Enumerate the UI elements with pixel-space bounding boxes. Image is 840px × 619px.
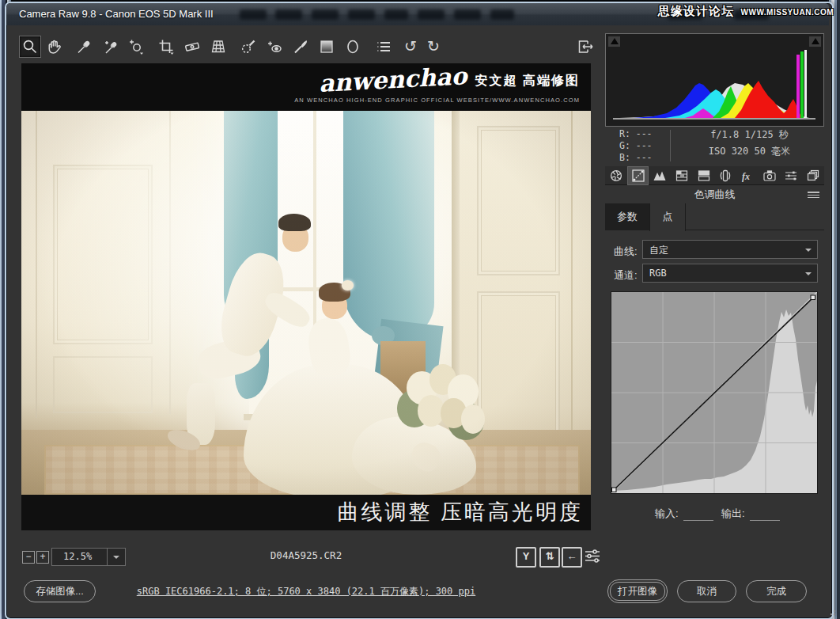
g-value: G: --- — [619, 140, 653, 152]
filename-label: D04A5925.CR2 — [21, 549, 591, 561]
presets-sliders-icon — [784, 169, 798, 183]
iso-info: ISO 320 50 毫米 — [675, 143, 824, 160]
curve-preset-select[interactable]: 自定 — [642, 240, 818, 259]
swap-before-after-button[interactable]: ⇅ — [539, 547, 560, 568]
transform-tool-button[interactable] — [208, 36, 229, 57]
graduated-filter-tool-button[interactable] — [316, 36, 337, 57]
tone-curve-subtabs: 参数 点 — [605, 203, 824, 230]
exif-readout: f/1.8 1/125 秒 ISO 320 50 毫米 — [675, 127, 824, 160]
histogram-panel — [605, 33, 824, 127]
tab-hsl-grayscale[interactable] — [671, 166, 693, 185]
rotate-ccw-button[interactable]: ↺ — [400, 36, 421, 57]
done-button[interactable]: 完成 — [746, 580, 807, 602]
photo-preview[interactable] — [21, 111, 591, 495]
curve-preset-value: 自定 — [649, 244, 668, 257]
before-after-toggle-button[interactable]: Y — [516, 547, 536, 568]
tab-split-toning[interactable] — [693, 166, 715, 185]
histogram-chart — [610, 48, 819, 123]
workflow-options-text: sRGB IEC61966-2.1; 8 位; 5760 x 3840 (22.… — [137, 586, 475, 597]
image-top-band: anwenchao 安文超 高端修图 AN WENCHAO HIGH-END G… — [21, 63, 591, 111]
preview-preferences-button[interactable] — [584, 547, 601, 564]
red-eye-tool-button[interactable] — [264, 36, 285, 57]
brand-subtitle-text: AN WENCHAO HIGH-END GRAPHIC OFFICIAL WEB… — [294, 97, 580, 104]
screen: 思缘设计论坛 WWW.MISSYUAN.COM Camera Raw 9.8 -… — [0, 0, 840, 619]
shadow-clipping-toggle[interactable] — [608, 36, 620, 47]
tab-lens-corrections[interactable] — [714, 166, 736, 185]
tab-effects[interactable]: fx — [736, 166, 759, 185]
shadow-clip-triangle-icon — [611, 38, 619, 44]
blurred-menu-item — [312, 9, 339, 20]
cancel-button[interactable]: 取消 — [677, 580, 736, 602]
open-image-label: 打开图像 — [618, 586, 657, 597]
split-toning-icon — [697, 169, 711, 183]
aperture-icon — [609, 169, 623, 183]
tab-tone-curve[interactable] — [627, 166, 649, 185]
input-label: 输入: — [655, 507, 679, 521]
toolbar: ↺ ↻ — [19, 36, 444, 58]
fullscreen-toggle-button[interactable] — [575, 36, 596, 57]
crop-icon — [157, 38, 175, 55]
panel-menu-icon[interactable] — [808, 192, 819, 199]
straighten-icon — [184, 38, 201, 55]
preview-status-bar: − + 12.5% D04A5925.CR2 Y ⇅ ← — [21, 545, 591, 568]
subtab-parametric-label: 参数 — [617, 211, 638, 222]
forum-watermark-name: 思缘设计论坛 — [658, 4, 734, 17]
snapshots-icon — [806, 169, 820, 183]
radial-filter-icon — [344, 38, 361, 55]
output-label: 输出: — [721, 507, 745, 521]
highlight-clipping-toggle[interactable] — [809, 36, 821, 47]
detail-icon — [653, 169, 667, 183]
tab-snapshots[interactable] — [802, 166, 824, 185]
copy-settings-button[interactable]: ← — [562, 547, 582, 568]
graduated-filter-icon — [318, 38, 335, 55]
panel-title-text: 色调曲线 — [694, 188, 736, 200]
spot-removal-tool-button[interactable] — [238, 36, 259, 57]
adjustment-brush-tool-button[interactable] — [290, 36, 311, 57]
preferences-button[interactable] — [373, 36, 394, 57]
resize-grip[interactable] — [829, 609, 835, 615]
subtab-parametric[interactable]: 参数 — [605, 203, 650, 230]
white-balance-tool-button[interactable] — [74, 36, 94, 57]
lens-icon — [718, 169, 732, 183]
tone-curve-chart — [611, 292, 817, 493]
forum-watermark: 思缘设计论坛 WWW.MISSYUAN.COM — [658, 4, 834, 19]
done-label: 完成 — [766, 586, 786, 597]
subtab-point[interactable]: 点 — [649, 203, 686, 231]
image-info-panel: R: --- G: --- B: --- f/1.8 1/125 秒 ISO 3… — [605, 127, 824, 165]
output-value-blank — [750, 520, 780, 521]
hand-tool-button[interactable] — [44, 36, 65, 57]
color-sampler-tool-button[interactable] — [100, 36, 120, 57]
channel-select[interactable]: RGB — [642, 264, 818, 283]
chevron-down-icon — [805, 272, 812, 275]
tab-camera-calibration[interactable] — [759, 166, 781, 185]
rotate-ccw-icon: ↺ — [404, 36, 417, 57]
blurred-menu-item — [348, 9, 375, 20]
radial-filter-tool-button[interactable] — [342, 36, 363, 57]
subtab-point-label: 点 — [663, 211, 673, 222]
spot-removal-icon — [240, 38, 257, 55]
brush-icon — [292, 38, 309, 55]
rotate-cw-button[interactable]: ↻ — [423, 36, 444, 57]
open-image-button[interactable]: 打开图像 — [607, 579, 668, 603]
blurred-menu-item — [418, 9, 445, 20]
tab-basic[interactable] — [605, 166, 627, 185]
magnifier-icon — [21, 38, 39, 55]
swap-icon: ⇅ — [546, 550, 554, 562]
workflow-options-link[interactable]: sRGB IEC61966-2.1; 8 位; 5760 x 3840 (22.… — [21, 585, 591, 598]
straighten-tool-button[interactable] — [182, 36, 202, 57]
tone-curve-editor[interactable] — [611, 291, 818, 494]
zoom-tool-button[interactable] — [19, 36, 41, 58]
brand-script-text: anwenchao — [318, 64, 467, 96]
panel-tabs: fx — [605, 166, 824, 185]
channel-value: RGB — [649, 268, 667, 279]
highlight-clip-triangle-icon — [812, 38, 819, 44]
brand-cjk-text: 安文超 高端修图 — [475, 73, 580, 92]
svg-text:fx: fx — [742, 171, 750, 182]
targeted-adjustment-tool-button[interactable] — [126, 36, 146, 57]
crop-tool-button[interactable] — [156, 36, 176, 57]
hsl-icon — [675, 169, 689, 183]
tab-detail[interactable] — [649, 166, 671, 185]
tab-presets[interactable] — [781, 166, 803, 185]
rotate-cw-icon: ↻ — [427, 36, 440, 57]
sliders-icon — [584, 547, 601, 564]
